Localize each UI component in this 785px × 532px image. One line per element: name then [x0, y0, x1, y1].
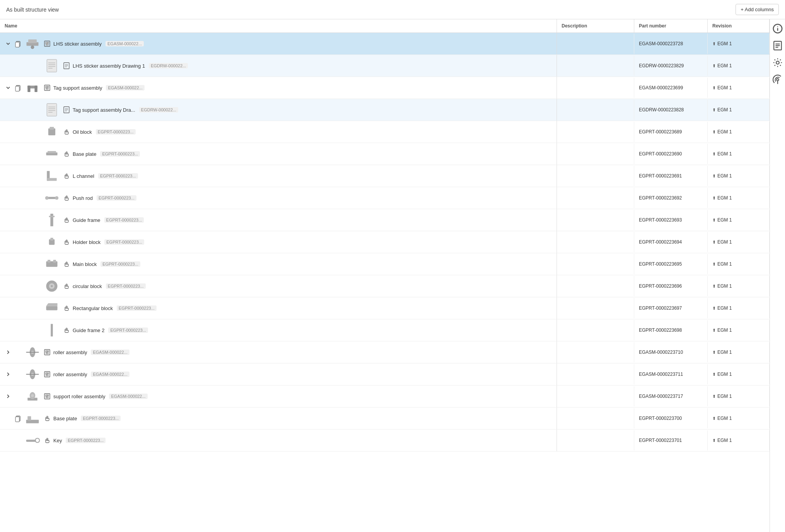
revision-text: EGM 1	[717, 63, 732, 68]
svg-rect-82	[27, 416, 31, 421]
name-cell: support roller assemblyEGASM-000022...	[0, 385, 557, 407]
table-row[interactable]: Guide frame 2EGPRT-0000223...EGPRT-00002…	[0, 319, 770, 341]
copy-icon[interactable]	[14, 40, 22, 48]
item-name-text: Holder block	[73, 239, 100, 245]
part-number-cell: EGPRT-0000223698	[634, 320, 708, 340]
item-name-text: Base plate	[53, 416, 77, 421]
copy-icon[interactable]	[14, 414, 22, 422]
antenna-icon[interactable]	[772, 74, 783, 85]
table-row[interactable]: Oil blockEGPRT-0000223...EGPRT-000022368…	[0, 121, 770, 143]
table-row[interactable]: Rectangular blockEGPRT-0000223...EGPRT-0…	[0, 297, 770, 319]
revision-text: EGM 1	[717, 173, 732, 179]
revision-value: ⬆EGM 1	[712, 261, 732, 267]
svg-rect-7	[48, 42, 49, 43]
table-row[interactable]: Main blockEGPRT-0000223...EGPRT-00002236…	[0, 253, 770, 275]
revision-cell: ⬆EGM 1	[708, 232, 770, 252]
item-tag: EGDRW-000022...	[139, 107, 178, 113]
item-thumbnail	[43, 189, 60, 206]
revision-text: EGM 1	[717, 151, 732, 157]
svg-rect-8	[46, 44, 48, 45]
revision-text: EGM 1	[717, 283, 732, 289]
item-thumbnail	[43, 256, 60, 273]
table-row[interactable]: Holder blockEGPRT-0000223...EGPRT-000022…	[0, 231, 770, 253]
revision-arrow-icon: ⬆	[712, 416, 716, 421]
item-name-text: Tag support assembly	[53, 85, 102, 91]
revision-arrow-icon: ⬆	[712, 240, 716, 245]
table-row[interactable]: Base plateEGPRT-0000223...EGPRT-00002236…	[0, 143, 770, 165]
part-number-value: EGPRT-0000223694	[639, 239, 682, 245]
part-number-cell: EGASM-0000223728	[634, 34, 708, 54]
item-name-text: LHS sticker assembly	[53, 41, 102, 47]
description-cell	[557, 386, 634, 406]
name-cell: Push rodEGPRT-0000223...	[0, 187, 557, 209]
item-tag: EGASM-000022...	[106, 85, 144, 90]
description-cell	[557, 254, 634, 274]
svg-rect-48	[50, 238, 53, 240]
item-name-text: roller assembly	[53, 372, 87, 377]
part-number-cell: EGPRT-0000223696	[634, 276, 708, 296]
svg-rect-51	[53, 260, 56, 263]
part-number-cell: EGASM-0000223710	[634, 342, 708, 362]
revision-value: ⬆EGM 1	[712, 41, 732, 46]
part-number-value: EGASM-0000223711	[639, 372, 683, 377]
table-row[interactable]: L channelEGPRT-0000223...EGPRT-000022369…	[0, 165, 770, 187]
copy-icon[interactable]	[14, 84, 22, 92]
part-number-cell: EGPRT-0000223693	[634, 210, 708, 230]
table-row[interactable]: Base plateEGPRT-0000223...EGPRT-00002237…	[0, 408, 770, 430]
item-name-text: Rectangular block	[73, 305, 113, 311]
expand-icon[interactable]	[5, 393, 12, 400]
svg-rect-63	[48, 351, 49, 352]
item-tag: EGPRT-0000223...	[104, 239, 144, 245]
item-thumbnail	[43, 278, 60, 295]
svg-rect-22	[34, 86, 37, 92]
expand-icon[interactable]	[5, 371, 12, 378]
gear-icon[interactable]	[772, 57, 783, 68]
right-sidebar	[770, 19, 785, 532]
item-name-text: LHS sticker assembly Drawing 1	[73, 63, 145, 69]
revision-arrow-icon: ⬆	[712, 328, 716, 333]
revision-arrow-icon: ⬆	[712, 196, 716, 201]
revision-text: EGM 1	[717, 394, 732, 399]
table-row[interactable]: Push rodEGPRT-0000223...EGPRT-0000223692…	[0, 187, 770, 209]
item-thumbnail	[43, 234, 60, 251]
table-row[interactable]: LHS sticker assemblyEGASM-000022...EGASM…	[0, 33, 770, 55]
part-type-icon	[43, 414, 51, 422]
table-row[interactable]: support roller assemblyEGASM-000022...EG…	[0, 385, 770, 408]
revision-arrow-icon: ⬆	[712, 41, 716, 46]
description-cell	[557, 276, 634, 296]
revision-arrow-icon: ⬆	[712, 218, 716, 223]
table-row[interactable]: Tag support assembly Dra...EGDRW-000022.…	[0, 99, 770, 121]
svg-rect-76	[46, 395, 47, 396]
table-row[interactable]: LHS sticker assembly Drawing 1EGDRW-0000…	[0, 55, 770, 77]
document-list-icon[interactable]	[772, 40, 783, 51]
item-tag: EGPRT-0000223...	[81, 416, 121, 421]
item-name-text: Main block	[73, 261, 97, 267]
collapse-icon[interactable]	[5, 84, 12, 91]
revision-value: ⬆EGM 1	[712, 283, 732, 289]
part-number-value: EGPRT-0000223696	[639, 283, 682, 289]
part-number-cell: EGASM-0000223699	[634, 78, 708, 98]
name-cell: Tag support assembly Dra...EGDRW-000022.…	[0, 99, 557, 121]
revision-arrow-icon: ⬆	[712, 130, 716, 135]
info-icon[interactable]	[772, 23, 783, 34]
item-tag: EGPRT-0000223...	[106, 283, 146, 289]
table-row[interactable]: Tag support assemblyEGASM-000022...EGASM…	[0, 77, 770, 99]
item-name-text: roller assembly	[53, 350, 87, 355]
revision-cell: ⬆EGM 1	[708, 298, 770, 318]
part-type-icon	[63, 194, 70, 202]
item-tag: EGPRT-0000223...	[100, 261, 140, 267]
part-number-cell: EGDRW-0000223829	[634, 56, 708, 76]
table-row[interactable]: Guide frameEGPRT-0000223...EGPRT-0000223…	[0, 209, 770, 231]
table-row[interactable]: roller assemblyEGASM-000022...EGASM-0000…	[0, 363, 770, 385]
svg-rect-41	[47, 178, 56, 181]
item-thumbnail	[43, 322, 60, 339]
revision-text: EGM 1	[717, 438, 732, 443]
name-cell: Rectangular blockEGPRT-0000223...	[0, 297, 557, 319]
table-row[interactable]: KeyEGPRT-0000223...EGPRT-0000223701⬆EGM …	[0, 430, 770, 452]
revision-text: EGM 1	[717, 129, 732, 135]
table-row[interactable]: circular blockEGPRT-0000223...EGPRT-0000…	[0, 275, 770, 297]
table-row[interactable]: roller assemblyEGASM-000022...EGASM-0000…	[0, 341, 770, 363]
add-columns-button[interactable]: + Add columns	[736, 4, 779, 15]
collapse-icon[interactable]	[5, 40, 12, 47]
expand-icon[interactable]	[5, 349, 12, 356]
